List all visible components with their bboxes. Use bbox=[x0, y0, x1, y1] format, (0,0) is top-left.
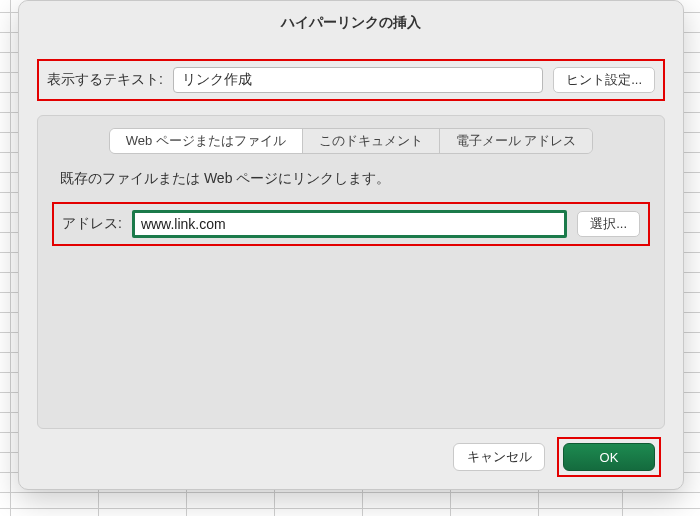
dialog-title: ハイパーリンクの挿入 bbox=[281, 14, 421, 32]
ok-button[interactable]: OK bbox=[563, 443, 655, 471]
dialog-footer: キャンセル OK bbox=[19, 429, 683, 489]
display-text-row: 表示するテキスト: ヒント設定... bbox=[37, 59, 665, 101]
tab-this-document[interactable]: このドキュメント bbox=[303, 129, 440, 153]
display-text-label: 表示するテキスト: bbox=[47, 71, 163, 89]
address-field-focus-ring bbox=[132, 210, 567, 238]
hint-settings-button[interactable]: ヒント設定... bbox=[553, 67, 655, 93]
panel-description: 既存のファイルまたは Web ページにリンクします。 bbox=[52, 170, 650, 188]
address-row: アドレス: 選択... bbox=[52, 202, 650, 246]
link-type-tabs: Web ページまたはファイル このドキュメント 電子メール アドレス bbox=[109, 128, 594, 154]
address-input[interactable] bbox=[135, 213, 564, 235]
tab-email-address[interactable]: 電子メール アドレス bbox=[440, 129, 593, 153]
browse-button[interactable]: 選択... bbox=[577, 211, 640, 237]
dialog-titlebar: ハイパーリンクの挿入 bbox=[19, 1, 683, 45]
cancel-button[interactable]: キャンセル bbox=[453, 443, 545, 471]
ok-button-highlight: OK bbox=[557, 437, 661, 477]
tab-web-page-or-file[interactable]: Web ページまたはファイル bbox=[110, 129, 303, 153]
display-text-input[interactable] bbox=[173, 67, 543, 93]
insert-hyperlink-dialog: ハイパーリンクの挿入 表示するテキスト: ヒント設定... Web ページまたは… bbox=[18, 0, 684, 490]
link-type-panel: Web ページまたはファイル このドキュメント 電子メール アドレス 既存のファ… bbox=[37, 115, 665, 429]
address-label: アドレス: bbox=[62, 215, 122, 233]
